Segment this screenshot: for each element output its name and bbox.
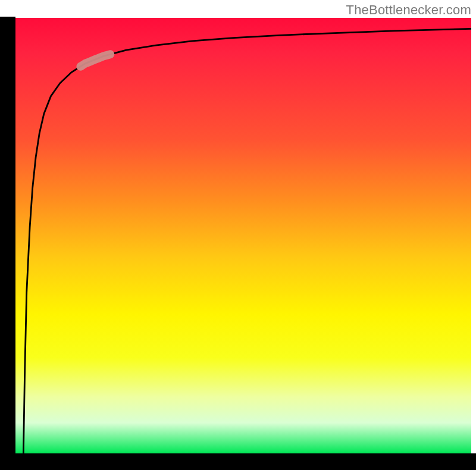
x-axis-bar bbox=[0, 453, 476, 470]
curve-svg bbox=[14, 18, 471, 453]
bottleneck-curve bbox=[23, 29, 471, 453]
watermark-text: TheBottlenecker.com bbox=[346, 2, 471, 18]
y-axis-bar bbox=[0, 18, 15, 458]
chart-container: TheBottlenecker.com bbox=[0, 0, 476, 476]
highlight-segment bbox=[80, 54, 110, 66]
